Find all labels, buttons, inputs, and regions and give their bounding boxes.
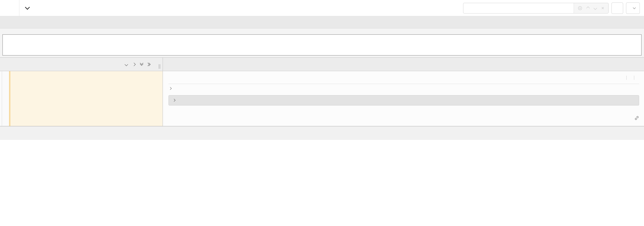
chevron-down-icon[interactable]	[25, 5, 30, 10]
collapse-one-icon[interactable]	[124, 63, 128, 66]
service-operation-header	[0, 58, 163, 71]
tags-row[interactable]	[168, 88, 639, 89]
collapse-all-icon[interactable]	[140, 63, 143, 65]
back-button[interactable]	[0, 0, 20, 16]
chevron-right-icon	[172, 99, 176, 102]
chevron-right-icon	[169, 87, 172, 90]
span-detail-header	[168, 71, 639, 84]
top-bar: ×	[0, 0, 644, 16]
minimap-viewport[interactable]	[2, 34, 642, 56]
span-detail-overview	[622, 76, 639, 81]
find-next-icon[interactable]	[594, 6, 597, 10]
column-resizer-grip[interactable]	[159, 64, 160, 69]
locate-icon[interactable]	[578, 6, 582, 10]
view-selector-button[interactable]	[626, 2, 640, 14]
divider	[626, 76, 627, 80]
divider	[634, 76, 634, 80]
trace-stats-bar	[0, 16, 644, 29]
bottom-filler	[0, 126, 644, 140]
timeline-ruler	[163, 58, 644, 71]
top-controls: ×	[463, 2, 644, 14]
span-detail-left-fill	[10, 71, 162, 126]
tree-controls	[125, 63, 150, 65]
find-box: ×	[463, 3, 609, 13]
expand-all-icon[interactable]	[148, 63, 150, 65]
indent-guide	[2, 71, 2, 126]
timeline-minimap	[0, 29, 644, 58]
expand-one-icon[interactable]	[132, 63, 136, 66]
find-input[interactable]	[464, 3, 574, 13]
trace-title-group[interactable]	[20, 7, 463, 9]
span-detail-panel	[163, 71, 644, 126]
timeline-header-row	[0, 58, 644, 71]
span-detail-left-gutter	[0, 71, 163, 126]
find-prev-icon[interactable]	[586, 6, 590, 10]
span-id-row	[630, 116, 639, 120]
span-detail-row	[0, 71, 644, 126]
link-icon[interactable]	[634, 116, 639, 120]
trace-timeline-page: ×	[0, 0, 644, 226]
logs-row[interactable]	[168, 95, 639, 105]
chevron-down-icon	[633, 6, 636, 9]
span-color-bar	[9, 71, 10, 126]
find-suffix: ×	[574, 3, 608, 13]
keyboard-shortcuts-button[interactable]	[612, 2, 623, 14]
minimap-axis	[2, 29, 642, 34]
clear-search-icon[interactable]: ×	[601, 6, 604, 11]
